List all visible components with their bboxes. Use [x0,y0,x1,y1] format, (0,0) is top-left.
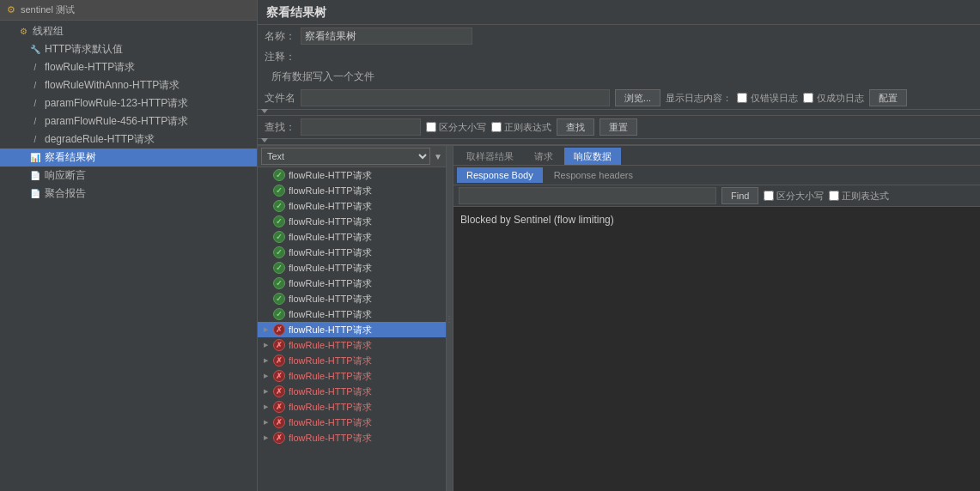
list-item[interactable]: flowRule-HTTP请求 [258,368,446,384]
status-ok-icon [273,277,285,289]
item-label: flowRule-HTTP请求 [289,385,442,398]
detail-case-checkbox[interactable] [764,191,774,201]
list-item[interactable]: flowRule-HTTP请求 [258,198,446,214]
item-label: flowRule-HTTP请求 [289,339,442,352]
find-button[interactable]: 查找 [557,118,594,136]
list-item[interactable]: flowRule-HTTP请求 [258,291,446,306]
item-label: flowRule-HTTP请求 [289,416,442,429]
item-label: flowRule-HTTP请求 [289,308,442,321]
regex-check[interactable]: 正则表达式 [491,121,551,134]
sidebar-item-observe-tree[interactable]: 📊 察看结果树 [0,149,257,167]
item-label: flowRule-HTTP请求 [289,246,442,259]
expand-icon [261,403,270,411]
list-item[interactable]: flowRule-HTTP请求 [258,229,446,245]
only-success-checkbox[interactable] [803,93,813,103]
tab-request[interactable]: 请求 [525,148,563,165]
sidebar-item-response-assert[interactable]: 📄 响应断言 [0,167,257,185]
collapse-bar-top [258,109,980,116]
only-error-label: 仅错误日志 [751,92,798,105]
item-label: flowRule-HTTP请求 [289,355,442,367]
format-dropdown[interactable]: Text JSON HTML XML Regexp Tester [261,148,430,165]
search-input[interactable] [301,118,421,136]
item-label: flowRule-HTTP请求 [289,293,442,306]
filename-input[interactable] [301,89,610,106]
comment-value-row: 所有数据写入一个文件 [258,67,980,87]
sidebar-item-aggregate-report[interactable]: 📄 聚合报告 [0,185,257,203]
item-label: flowRule-HTTP请求 [289,370,442,383]
sidebar-item-label: paramFlowRule-456-HTTP请求 [45,114,188,129]
subtab-response-headers[interactable]: Response headers [545,167,642,183]
detail-content: Blocked by Sentinel (flow limiting) [453,207,980,491]
sidebar-item-label: flowRule-HTTP请求 [45,60,135,75]
comment-value: 所有数据写入一个文件 [265,70,374,84]
subtab-response-body[interactable]: Response Body [457,167,543,183]
sidebar-item-flow-rule-anno[interactable]: / flowRuleWithAnno-HTTP请求 [0,76,257,94]
list-item[interactable]: flowRule-HTTP请求 [258,430,446,446]
list-item[interactable]: flowRule-HTTP请求 [258,214,446,229]
item-label: flowRule-HTTP请求 [289,169,442,182]
config-button[interactable]: 配置 [869,89,907,106]
only-error-check[interactable]: 仅错误日志 [737,92,798,105]
reset-button[interactable]: 重置 [600,118,637,136]
detail-regex-label: 正则表达式 [842,190,889,203]
case-checkbox[interactable] [426,122,436,132]
list-item[interactable]: flowRule-HTTP请求 [258,167,446,183]
detail-regex-checkbox[interactable] [829,191,839,201]
sidebar-item-flow-rule[interactable]: / flowRule-HTTP请求 [0,58,257,76]
collapse-arrow-bottom[interactable] [261,138,268,145]
filename-row: 文件名 浏览... 显示日志内容： 仅错误日志 仅成功日志 配置 [258,87,980,109]
list-item[interactable]: flowRule-HTTP请求 [258,260,446,276]
status-err-icon [273,324,285,336]
item-label: flowRule-HTTP请求 [289,185,442,197]
case-check[interactable]: 区分大小写 [426,121,486,134]
list-item[interactable]: flowRule-HTTP请求 [258,245,446,260]
sidebar-item-label: 察看结果树 [45,150,96,165]
sidebar-item-label: 聚合报告 [45,186,86,201]
expand-icon [261,341,270,349]
list-item[interactable]: flowRule-HTTP请求 [258,353,446,368]
tab-sampler-result[interactable]: 取样器结果 [457,148,523,165]
list-item[interactable]: flowRule-HTTP请求 [258,183,446,198]
slash-icon: / [29,80,41,92]
sidebar-item-param-flow-123[interactable]: / paramFlowRule-123-HTTP请求 [0,94,257,112]
detail-case-check[interactable]: 区分大小写 [764,190,824,203]
slash-icon: / [29,116,41,128]
detail-case-label: 区分大小写 [776,190,824,203]
detail-find-button[interactable]: Find [721,187,758,204]
status-ok-icon [273,262,285,274]
case-label: 区分大小写 [439,121,486,134]
browse-button[interactable]: 浏览... [615,89,660,106]
sidebar-item-linegroup[interactable]: ⚙ 线程组 [0,22,257,40]
resize-handle[interactable]: ⋮ [447,146,453,491]
tab-response-data[interactable]: 响应数据 [564,148,621,165]
list-item[interactable]: flowRule-HTTP请求 [258,415,446,430]
collapse-arrow-top[interactable] [261,109,268,116]
only-success-check[interactable]: 仅成功日志 [803,92,864,105]
name-label: 名称： [265,29,295,44]
status-ok-icon [273,169,285,181]
sub-tabs: Response Body Response headers [453,166,980,185]
detail-search-input[interactable] [459,187,716,204]
sidebar-item-param-flow-456[interactable]: / paramFlowRule-456-HTTP请求 [0,112,257,130]
status-err-icon [273,385,285,397]
list-item[interactable]: flowRule-HTTP请求 [258,399,446,415]
detail-tabs: 取样器结果 请求 响应数据 [453,146,980,166]
name-input[interactable] [301,27,472,45]
list-item[interactable]: flowRule-HTTP请求 [258,337,446,353]
sidebar-item-label: flowRuleWithAnno-HTTP请求 [45,78,180,93]
expand-icon [261,418,270,427]
list-item[interactable]: flowRule-HTTP请求 [258,276,446,291]
top-panel: 察看结果树 名称： 注释： 所有数据写入一个文件 文件名 浏览... 显示日志内… [258,0,980,146]
only-error-checkbox[interactable] [737,93,747,103]
detail-regex-check[interactable]: 正则表达式 [829,190,889,203]
detail-search-row: Find 区分大小写 正则表达式 [453,185,980,207]
lower-area: Text JSON HTML XML Regexp Tester ▼ flowR… [258,146,980,491]
regex-label: 正则表达式 [504,121,551,134]
regex-checkbox[interactable] [491,122,502,132]
sidebar-item-http-default[interactable]: 🔧 HTTP请求默认值 [0,40,257,58]
slash-icon: / [29,98,41,110]
list-item[interactable]: flowRule-HTTP请求 [258,306,446,322]
sidebar-item-degrade-rule[interactable]: / degradeRule-HTTP请求 [0,130,257,149]
list-item[interactable]: flowRule-HTTP请求 [258,322,446,337]
list-item[interactable]: flowRule-HTTP请求 [258,384,446,399]
